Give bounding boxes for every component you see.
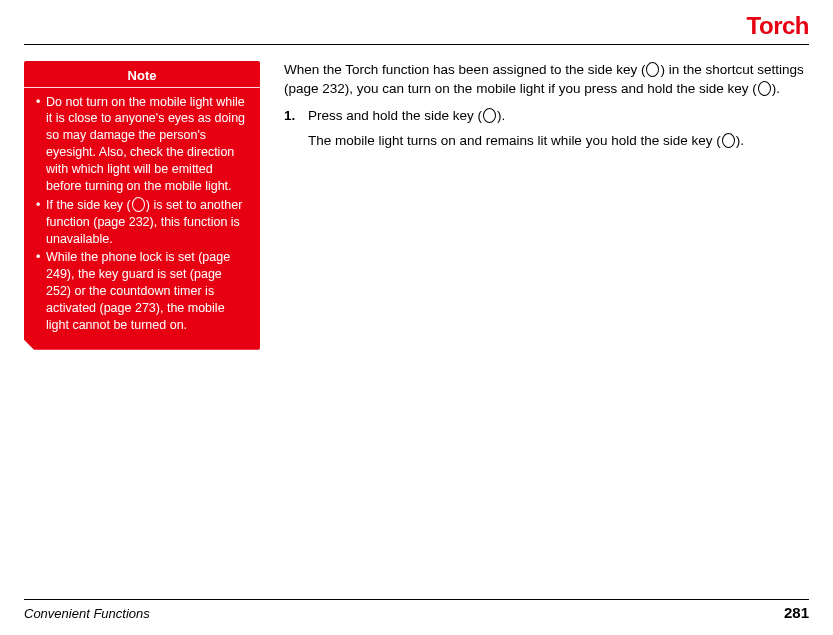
step-subtext: The mobile light turns on and remains li… <box>308 132 809 151</box>
step-text-part: ). <box>497 108 505 123</box>
note-item-text: If the side key ( <box>46 198 131 212</box>
note-list: Do not turn on the mobile light while it… <box>24 94 260 350</box>
oval-icon <box>722 133 735 148</box>
title-rule <box>24 44 809 45</box>
note-divider <box>24 87 260 88</box>
oval-icon <box>483 108 496 123</box>
page-footer: Convenient Functions 281 <box>24 599 809 621</box>
step-number: 1. <box>284 107 298 151</box>
note-item: If the side key () is set to another fun… <box>36 197 250 248</box>
oval-icon <box>758 81 771 96</box>
step-sub-part: The mobile light turns on and remains li… <box>308 133 721 148</box>
footer-rule <box>24 599 809 600</box>
oval-icon <box>646 62 659 77</box>
note-item: Do not turn on the mobile light while it… <box>36 94 250 195</box>
note-header: Note <box>24 61 260 87</box>
oval-icon <box>132 197 145 212</box>
intro-text: ). <box>772 81 780 96</box>
footer-section-label: Convenient Functions <box>24 606 150 621</box>
content-columns: Note Do not turn on the mobile light whi… <box>24 61 809 350</box>
step-text: Press and hold the side key (). <box>308 107 809 126</box>
note-box: Note Do not turn on the mobile light whi… <box>24 61 260 350</box>
main-column: When the Torch function has been assigne… <box>284 61 809 157</box>
page-title: Torch <box>24 12 809 40</box>
intro-paragraph: When the Torch function has been assigne… <box>284 61 809 99</box>
step-text-part: Press and hold the side key ( <box>308 108 482 123</box>
note-item: While the phone lock is set (page 249), … <box>36 249 250 333</box>
footer-line: Convenient Functions 281 <box>24 604 809 621</box>
step-sub-part: ). <box>736 133 744 148</box>
footer-page-number: 281 <box>784 604 809 621</box>
step-row: 1. Press and hold the side key (). The m… <box>284 107 809 151</box>
step-body: Press and hold the side key (). The mobi… <box>308 107 809 151</box>
intro-text: When the Torch function has been assigne… <box>284 62 645 77</box>
